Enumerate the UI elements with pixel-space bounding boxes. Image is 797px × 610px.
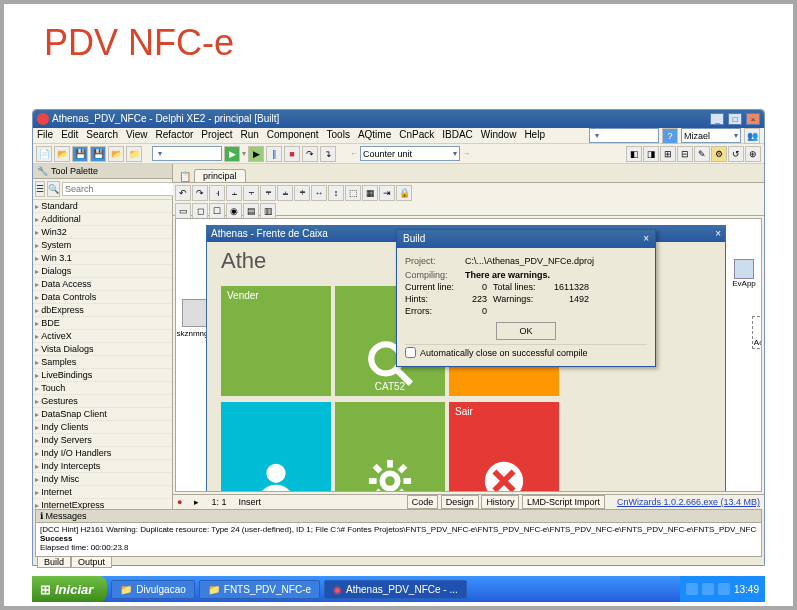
palette-item-dataaccess[interactable]: Data Access (33, 278, 172, 291)
form-designer[interactable]: skznmngr1 EvApp Athenas - Frente de Caix… (175, 218, 762, 492)
comp1-icon[interactable]: ▭ (175, 203, 191, 219)
save-icon[interactable]: 💾 (72, 146, 88, 162)
task-divulgacao[interactable]: 📁Divulgacao (111, 580, 194, 599)
tb-6[interactable]: ⚙ (711, 146, 727, 162)
tb-5[interactable]: ✎ (694, 146, 710, 162)
align-center-icon[interactable]: ⫠ (226, 185, 242, 201)
stop-icon[interactable]: ■ (284, 146, 300, 162)
palette-item-system[interactable]: System (33, 239, 172, 252)
tb-7[interactable]: ↺ (728, 146, 744, 162)
advpanelstyler-component[interactable]: AdvPanelStyler1 (752, 316, 762, 349)
category-icon[interactable]: ☰ (35, 181, 45, 197)
redo-icon[interactable]: ↷ (192, 185, 208, 201)
team-icon[interactable]: 👥 (744, 128, 760, 144)
palette-item-indyclients[interactable]: Indy Clients (33, 421, 172, 434)
grid-icon[interactable]: ▦ (362, 185, 378, 201)
tray-icon-3[interactable] (718, 583, 730, 595)
align-right-icon[interactable]: ⫟ (243, 185, 259, 201)
palette-item-bde[interactable]: BDE (33, 317, 172, 330)
start-button[interactable]: ⊞ Iniciar (32, 576, 107, 602)
palette-item-dbexpress[interactable]: dbExpress (33, 304, 172, 317)
maximize-button[interactable]: □ (728, 113, 742, 125)
tray-icon-1[interactable] (686, 583, 698, 595)
counter-combo[interactable]: Counter unit (360, 146, 460, 161)
inner-close-icon[interactable]: × (715, 226, 721, 242)
lock-icon[interactable]: 🔒 (396, 185, 412, 201)
saveall-icon[interactable]: 💾 (90, 146, 106, 162)
new-icon[interactable]: 📄 (36, 146, 52, 162)
palette-item-internetexpress[interactable]: InternetExpress (33, 499, 172, 509)
menu-view[interactable]: View (126, 129, 148, 142)
align-left-icon[interactable]: ⫞ (209, 185, 225, 201)
auto-close-checkbox[interactable] (405, 347, 416, 358)
space-h-icon[interactable]: ↔ (311, 185, 327, 201)
size-icon[interactable]: ⬚ (345, 185, 361, 201)
palette-item-indyservers[interactable]: Indy Servers (33, 434, 172, 447)
help-icon[interactable]: ? (662, 128, 678, 144)
tb-4[interactable]: ⊟ (677, 146, 693, 162)
task-athenas[interactable]: ◉Athenas_PDV_NFCe - ... (324, 580, 467, 599)
tb-1[interactable]: ◧ (626, 146, 642, 162)
tab-build[interactable]: Build (37, 557, 71, 568)
step-into-icon[interactable]: ↴ (320, 146, 336, 162)
palette-item-dialogs[interactable]: Dialogs (33, 265, 172, 278)
tile-vender[interactable]: Vender (221, 286, 331, 396)
tab-lmd[interactable]: LMD-Script Import (522, 495, 605, 509)
menu-window[interactable]: Window (481, 129, 517, 142)
palette-item-gestures[interactable]: Gestures (33, 395, 172, 408)
tile-user[interactable] (221, 402, 331, 492)
auto-close-row[interactable]: Automatically close on successful compil… (405, 344, 647, 360)
palette-item-activex[interactable]: ActiveX (33, 330, 172, 343)
menu-ibdac[interactable]: IBDAC (442, 129, 473, 142)
dialog-close-icon[interactable]: × (643, 230, 649, 248)
menu-file[interactable]: File (37, 129, 53, 142)
tile-sair[interactable]: Sair (449, 402, 559, 492)
tile-settings[interactable] (335, 402, 445, 492)
palette-item-vistadialogs[interactable]: Vista Dialogs (33, 343, 172, 356)
menu-tools[interactable]: Tools (327, 129, 350, 142)
search-icon[interactable]: 🔍 (47, 181, 60, 197)
palette-item-touch[interactable]: Touch (33, 382, 172, 395)
pause-icon[interactable]: ‖ (266, 146, 282, 162)
palette-item-additional[interactable]: Additional (33, 213, 172, 226)
menu-edit[interactable]: Edit (61, 129, 78, 142)
comp5-icon[interactable]: ▤ (243, 203, 259, 219)
tab-history[interactable]: History (481, 495, 519, 509)
marker-icon[interactable]: ▸ (194, 497, 199, 507)
layout-combo[interactable] (589, 128, 659, 143)
align-top-icon[interactable]: ⫧ (260, 185, 276, 201)
tb-2[interactable]: ◨ (643, 146, 659, 162)
palette-search-input[interactable] (62, 182, 180, 196)
tab-order-icon[interactable]: ⇥ (379, 185, 395, 201)
menu-project[interactable]: Project (201, 129, 232, 142)
open-icon[interactable]: 📂 (54, 146, 70, 162)
palette-item-internet[interactable]: Internet (33, 486, 172, 499)
minimize-button[interactable]: _ (710, 113, 724, 125)
menu-run[interactable]: Run (240, 129, 258, 142)
palette-item-indyintercepts[interactable]: Indy Intercepts (33, 460, 172, 473)
rec-icon[interactable]: ● (177, 497, 182, 507)
cnwizards-link[interactable]: CnWizards 1.0.2.666.exe (13.4 MB) (617, 497, 760, 507)
palette-item-samples[interactable]: Samples (33, 356, 172, 369)
menu-component[interactable]: Component (267, 129, 319, 142)
palette-item-indymisc[interactable]: Indy Misc (33, 473, 172, 486)
user-combo[interactable]: Mizael (681, 128, 741, 143)
palette-item-standard[interactable]: Standard (33, 200, 172, 213)
evapp-component[interactable]: EvApp (729, 259, 759, 288)
config-combo[interactable] (152, 146, 222, 161)
tab-code[interactable]: Code (407, 495, 439, 509)
align-bot-icon[interactable]: ⫩ (294, 185, 310, 201)
tray-icon-2[interactable] (702, 583, 714, 595)
palette-item-livebindings[interactable]: LiveBindings (33, 369, 172, 382)
open-project-icon[interactable]: 📂 (108, 146, 124, 162)
comp4-icon[interactable]: ◉ (226, 203, 242, 219)
tab-principal[interactable]: principal (194, 169, 246, 182)
tab-design[interactable]: Design (441, 495, 479, 509)
menu-aqtime[interactable]: AQtime (358, 129, 391, 142)
tb-8[interactable]: ⊕ (745, 146, 761, 162)
menu-search[interactable]: Search (86, 129, 118, 142)
menu-refactor[interactable]: Refactor (156, 129, 194, 142)
comp3-icon[interactable]: ☐ (209, 203, 225, 219)
run-icon[interactable]: ▶ (224, 146, 240, 162)
menu-help[interactable]: Help (524, 129, 545, 142)
